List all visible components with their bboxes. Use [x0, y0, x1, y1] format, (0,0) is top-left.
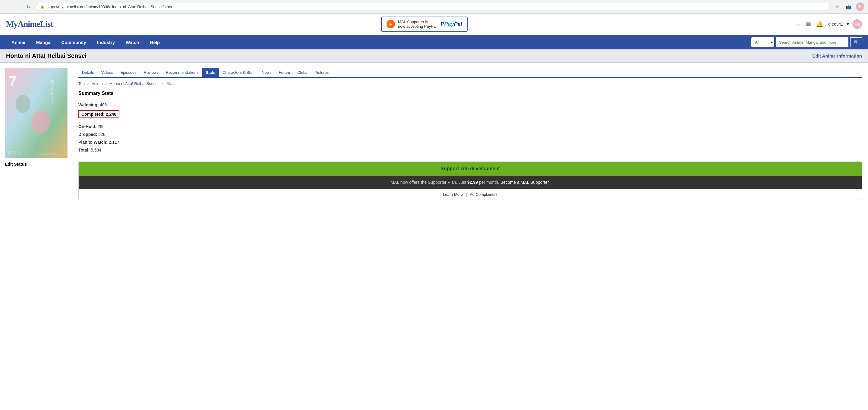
support-banner-title: Support site development: [79, 162, 862, 176]
edit-status-label: Edit Status: [5, 162, 67, 167]
site-header: MyAnimeList ▶ MAL Supporter is now accep…: [0, 13, 868, 35]
nav-community[interactable]: Community: [56, 36, 92, 49]
support-desc-suffix: per month.: [478, 180, 499, 185]
stat-plan-to-watch: Plan to Watch: 2,117: [79, 140, 862, 145]
secure-icon: 🔒: [40, 4, 44, 9]
edit-anime-link[interactable]: Edit Anime Information: [812, 53, 862, 59]
tab-forum[interactable]: Forum: [275, 68, 294, 77]
ad-complaints-link[interactable]: Ad Complaints?: [470, 192, 497, 197]
sidebar: 7 ほんとにあった！ 松本ひでき RIVAL&COMICS Edit Statu…: [0, 63, 72, 205]
user-avatar: img: [852, 19, 862, 29]
header-right: ☰ ✉ 🔔 dlee342 ▼ img: [796, 19, 862, 29]
stats-section-title: Summary Stats: [79, 91, 862, 98]
stat-on-hold: On-Hold: 285: [79, 124, 862, 129]
stat-total-value: 5,584: [91, 148, 101, 152]
main-nav: Anime Manga Community Industry Watch Hel…: [0, 35, 868, 49]
reload-button[interactable]: ↻: [24, 2, 33, 11]
breadcrumb-current: Stats: [166, 81, 176, 86]
stat-completed-label: Completed:: [82, 112, 104, 116]
tab-stats[interactable]: Stats: [202, 68, 219, 77]
stat-plan-label: Plan to Watch:: [79, 140, 107, 145]
paypal-line2: now accepting PayPal.: [398, 24, 438, 29]
tab-characters-staff[interactable]: Characters & Staff: [219, 68, 258, 77]
stat-dropped: Dropped: 528: [79, 132, 862, 137]
bell-icon[interactable]: 🔔: [816, 21, 824, 28]
paypal-banner[interactable]: ▶ MAL Supporter is now accepting PayPal.…: [381, 16, 468, 32]
nav-help[interactable]: Help: [145, 36, 165, 49]
breadcrumb-sep3: >: [161, 81, 164, 86]
search-button[interactable]: 🔍: [850, 37, 862, 47]
breadcrumb-top[interactable]: Top: [79, 81, 85, 86]
stat-watching-label: Watching:: [79, 102, 99, 107]
stat-on-hold-value: 285: [98, 124, 104, 129]
breadcrumb-series[interactable]: Honto ni Atta! Reibai Sensei: [110, 81, 159, 86]
stat-dropped-label: Dropped:: [79, 132, 97, 137]
back-button[interactable]: ←: [4, 2, 12, 11]
tab-videos[interactable]: Videos: [98, 68, 117, 77]
cast-button[interactable]: 📺: [844, 2, 853, 11]
svg-text:松本ひでき: 松本ひでき: [8, 151, 22, 154]
search-input[interactable]: [776, 37, 848, 47]
browser-nav-buttons: ← → ↻: [4, 2, 33, 11]
support-footer: Learn More | Ad Complaints?: [79, 189, 862, 200]
breadcrumb-sep1: >: [87, 81, 90, 86]
support-banner-body: MAL now offers the Supporter Plan. Just …: [79, 176, 862, 189]
svg-point-3: [32, 110, 50, 134]
menu-icon[interactable]: ☰: [796, 21, 801, 28]
chrome-user-avatar: P: [856, 2, 864, 11]
support-period: .: [549, 180, 550, 185]
browser-chrome: ← → ↻ 🔒 https://myanimelist.net/anime/10…: [0, 0, 868, 13]
page-title-bar: Honto ni Atta! Reibai Sensei Edit Anime …: [0, 49, 868, 63]
stat-completed: Completed: 2,248: [79, 110, 119, 118]
page-title: Honto ni Atta! Reibai Sensei: [6, 53, 87, 59]
nav-industry[interactable]: Industry: [92, 36, 120, 49]
main-content: 7 ほんとにあった！ 松本ひでき RIVAL&COMICS Edit Statu…: [0, 63, 868, 205]
tab-episodes[interactable]: Episodes: [117, 68, 140, 77]
mail-icon[interactable]: ✉: [806, 21, 811, 28]
nav-anime[interactable]: Anime: [6, 36, 31, 49]
nav-watch[interactable]: Watch: [120, 36, 145, 49]
user-menu[interactable]: dlee342 ▼ img: [828, 19, 862, 29]
paypal-play-icon: ▶: [386, 20, 395, 28]
user-dropdown-arrow: ▼: [846, 22, 850, 27]
svg-text:RIVAL&COMICS: RIVAL&COMICS: [41, 153, 57, 155]
search-filter-select[interactable]: All Anime Manga: [751, 37, 774, 47]
nav-manga[interactable]: Manga: [31, 36, 56, 49]
learn-more-link[interactable]: Learn More: [443, 192, 463, 197]
forward-button[interactable]: →: [14, 2, 22, 11]
breadcrumb-anime[interactable]: Anime: [92, 81, 103, 86]
svg-text:ほんとにあった！: ほんとにあった！: [51, 80, 54, 104]
support-price: $2.99: [467, 180, 478, 185]
breadcrumb-sep2: >: [105, 81, 108, 86]
sub-nav: Details Videos Episodes Reviews Recommen…: [79, 68, 862, 78]
tab-news[interactable]: News: [258, 68, 275, 77]
anime-cover-image: 7 ほんとにあった！ 松本ひでき RIVAL&COMICS: [5, 68, 67, 158]
username: dlee342: [828, 22, 843, 27]
site-logo[interactable]: MyAnimeList: [6, 19, 53, 29]
stat-watching: Watching: 406: [79, 102, 862, 107]
paypal-banner-text: MAL Supporter is now accepting PayPal.: [398, 20, 438, 29]
support-desc-prefix: MAL now offers the Supporter Plan. Just: [391, 180, 467, 185]
bookmark-button[interactable]: ☆: [833, 2, 841, 11]
tab-details[interactable]: Details: [79, 68, 98, 77]
stat-total-label: Total:: [79, 148, 90, 152]
address-bar[interactable]: 🔒 https://myanimelist.net/anime/10338/Ho…: [36, 3, 830, 11]
tab-reviews[interactable]: Reviews: [140, 68, 162, 77]
pipe-separator: |: [466, 192, 468, 197]
become-supporter-link[interactable]: Become a MAL Supporter: [500, 180, 549, 185]
breadcrumb: Top > Anime > Honto ni Atta! Reibai Sens…: [79, 81, 862, 86]
tab-recommendations[interactable]: Recommendations: [162, 68, 202, 77]
tab-pictures[interactable]: Pictures: [311, 68, 332, 77]
header-center: ▶ MAL Supporter is now accepting PayPal.…: [53, 16, 796, 32]
stat-dropped-value: 528: [98, 132, 105, 137]
tab-clubs[interactable]: Clubs: [293, 68, 311, 77]
edit-status-divider: [5, 168, 67, 168]
stat-completed-wrapper: Completed: 2,248: [79, 110, 862, 121]
svg-point-5: [16, 95, 31, 113]
stat-total: Total: 5,584: [79, 148, 862, 152]
stat-on-hold-label: On-Hold:: [79, 124, 96, 129]
paypal-logo: PPayPal: [441, 21, 462, 27]
paypal-line1: MAL Supporter is: [398, 20, 438, 24]
browser-actions: ☆ 📺 P: [833, 2, 864, 11]
svg-text:7: 7: [9, 73, 17, 89]
